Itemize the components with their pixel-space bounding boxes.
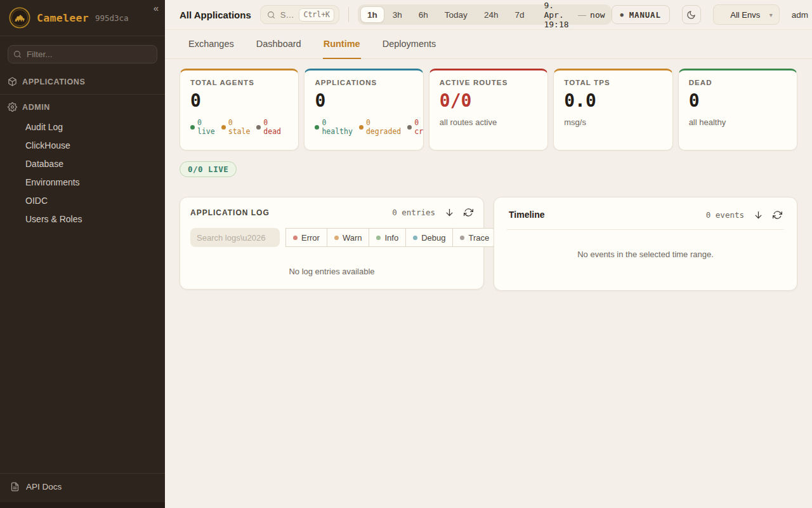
time-range-button[interactable]: Today xyxy=(436,6,476,23)
tab[interactable]: Dashboard xyxy=(256,30,302,59)
tab[interactable]: Deployments xyxy=(382,30,437,59)
time-range-button[interactable]: 24h xyxy=(476,6,507,23)
tab-bar: Exchanges Dashboard Runtime Deployments xyxy=(165,30,812,59)
stat-card: ACTIVE ROUTES 0/0 all routes active xyxy=(429,69,548,150)
level-dot-icon xyxy=(376,236,381,240)
log-level-chip[interactable]: Info xyxy=(369,228,406,247)
substat-label: stale xyxy=(228,127,251,136)
level-dot-icon xyxy=(413,236,417,240)
sidebar: Cameleer 995d3ca « APPLICATIONS ADMIN Au… xyxy=(0,0,165,508)
time-range-button[interactable]: 3h xyxy=(384,6,410,23)
time-from[interactable]: 9. Apr. 19:18 xyxy=(540,1,578,29)
time-range-button[interactable]: 7d xyxy=(506,6,532,23)
time-range-button[interactable]: 1h xyxy=(360,6,384,23)
refresh-mode-button[interactable]: ● MANUAL xyxy=(612,5,670,24)
log-entries-count: 0 entries xyxy=(392,208,435,217)
cameleer-logo-icon xyxy=(9,7,30,29)
substat-label: degraded xyxy=(366,127,401,136)
arrow-down-icon xyxy=(445,208,454,217)
moon-icon xyxy=(686,10,696,20)
sidebar-item[interactable]: OIDC xyxy=(5,191,160,210)
sidebar-item[interactable]: Users & Roles xyxy=(5,210,160,228)
search-placeholder: S… xyxy=(280,10,294,20)
sidebar-item[interactable]: Audit Log xyxy=(5,117,160,136)
user-menu[interactable]: adm xyxy=(792,10,808,20)
api-docs-link[interactable]: API Docs xyxy=(26,482,62,491)
document-icon xyxy=(10,482,20,491)
timeline-empty-state: No events in the selected time range. xyxy=(507,230,784,290)
sidebar-item[interactable]: Database xyxy=(5,154,160,173)
stat-card: TOTAL AGENTS 0 0 live xyxy=(180,69,299,150)
application-log-panel: APPLICATION LOG 0 entries xyxy=(180,197,484,290)
level-dot-icon xyxy=(293,236,298,240)
sidebar-nav: APPLICATIONS ADMIN Audit Log ClickHouse … xyxy=(0,71,165,228)
substat-value: 0 xyxy=(228,118,251,127)
sidebar-divider xyxy=(0,94,165,95)
main-area: All Applications S… Ctrl+K 1h 3h 6h xyxy=(165,0,812,508)
stat-card-title: ACTIVE ROUTES xyxy=(440,79,547,86)
log-level-chip[interactable]: Debug xyxy=(405,228,453,247)
substat: 0 live xyxy=(190,118,215,137)
stat-card-subtitle: all routes active xyxy=(440,117,547,127)
build-hash: 995d3ca xyxy=(95,13,129,23)
tab[interactable]: Exchanges xyxy=(188,30,235,59)
section-label: ADMIN xyxy=(22,103,50,112)
sidebar-section-applications[interactable]: APPLICATIONS xyxy=(1,71,164,92)
status-dot-icon xyxy=(315,125,319,130)
sidebar-footer[interactable]: API Docs xyxy=(0,473,165,502)
cube-icon xyxy=(8,77,17,86)
stat-card-value: 0 xyxy=(190,91,298,111)
time-to[interactable]: now xyxy=(586,10,608,20)
sidebar-collapse-button[interactable]: « xyxy=(154,3,159,13)
refresh-button[interactable] xyxy=(464,208,473,217)
refresh-icon xyxy=(464,208,473,217)
substat-label: healthy xyxy=(322,127,352,136)
keyboard-shortcut-badge: Ctrl+K xyxy=(299,8,334,22)
search-icon xyxy=(13,50,22,58)
sidebar-filter-input[interactable] xyxy=(8,45,157,64)
refresh-icon xyxy=(773,210,782,220)
download-button[interactable] xyxy=(754,210,763,220)
status-dot-icon xyxy=(221,125,226,130)
time-range-button[interactable]: 6h xyxy=(410,6,436,23)
sidebar-item[interactable]: ClickHouse xyxy=(5,136,160,154)
sidebar-item[interactable]: Environments xyxy=(5,173,160,191)
sidebar-bottom-strip xyxy=(0,502,165,508)
log-level-filter-group: Error Warn Info xyxy=(286,228,497,247)
stat-card-subtitle: all healthy xyxy=(689,117,797,127)
global-search-box[interactable]: S… Ctrl+K xyxy=(260,5,339,24)
timeline-events-count: 0 events xyxy=(706,210,744,220)
stat-card-substats: 0 live 0 stale xyxy=(190,118,298,137)
stat-card-subtitle: msg/s xyxy=(564,117,672,127)
timeline-panel-header: Timeline 0 events xyxy=(507,210,784,220)
substat: 0 degraded xyxy=(359,118,401,137)
dark-mode-toggle[interactable] xyxy=(682,5,701,24)
gear-icon xyxy=(8,102,17,112)
status-dot-icon xyxy=(407,125,412,130)
tab[interactable]: Runtime xyxy=(323,30,361,59)
log-level-chip[interactable]: Trace xyxy=(452,228,497,247)
stat-card-value: 0 xyxy=(315,91,422,111)
download-button[interactable] xyxy=(445,208,454,217)
environment-select[interactable]: All Envs ▾ xyxy=(713,4,780,25)
log-level-chip[interactable]: Error xyxy=(285,228,327,247)
arrow-down-icon xyxy=(754,210,763,220)
topbar-divider xyxy=(348,7,349,22)
substat-label: critical xyxy=(414,127,424,136)
sidebar-section-admin[interactable]: ADMIN xyxy=(1,97,164,117)
level-dot-icon xyxy=(334,236,339,240)
topbar: All Applications S… Ctrl+K 1h 3h 6h xyxy=(165,0,812,30)
page-title: All Applications xyxy=(180,10,251,20)
time-dash: — xyxy=(578,10,586,20)
log-level-chip[interactable]: Warn xyxy=(327,228,370,247)
substat-value: 0 xyxy=(322,118,352,127)
sidebar-header: Cameleer 995d3ca « xyxy=(0,0,165,36)
log-controls: Error Warn Info xyxy=(188,228,475,247)
stat-card: APPLICATIONS 0 0 healthy xyxy=(304,69,423,150)
status-dot-icon xyxy=(359,125,363,130)
stat-card-row: TOTAL AGENTS 0 0 live xyxy=(180,69,797,150)
substat-label: dead xyxy=(263,127,281,136)
refresh-button[interactable] xyxy=(773,210,782,220)
stat-card-title: DEAD xyxy=(689,79,797,86)
log-search-input[interactable] xyxy=(190,228,280,247)
